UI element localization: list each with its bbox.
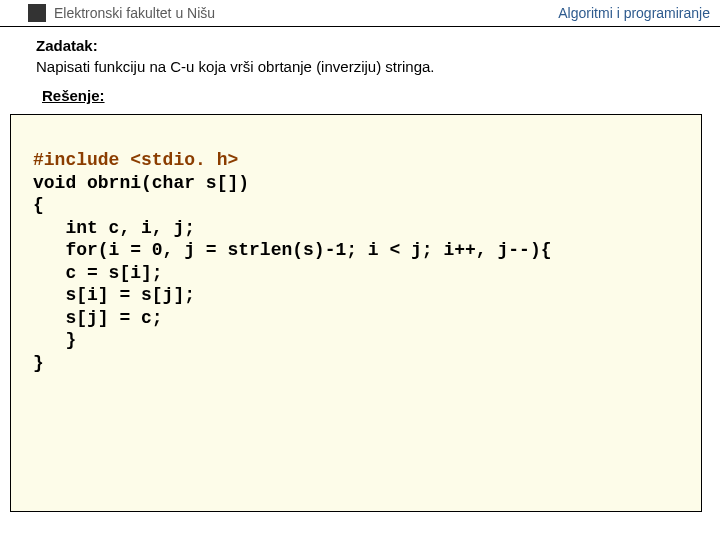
course-title: Algoritmi i programiranje bbox=[558, 5, 710, 21]
header-left: Elektronski fakultet u Nišu bbox=[0, 4, 215, 22]
code-listing: #include <stdio. h> void obrni(char s[])… bbox=[33, 149, 679, 374]
code-box: #include <stdio. h> void obrni(char s[])… bbox=[10, 114, 702, 512]
code-body: void obrni(char s[]) { int c, i, j; for(… bbox=[33, 173, 551, 373]
task-description: Napisati funkciju na C-u koja vrši obrta… bbox=[36, 58, 704, 75]
solution-label: Rešenje: bbox=[42, 87, 704, 104]
logo-square-icon bbox=[28, 4, 46, 22]
code-include-line: #include <stdio. h> bbox=[33, 150, 238, 170]
institution-name: Elektronski fakultet u Nišu bbox=[54, 5, 215, 21]
slide-header: Elektronski fakultet u Nišu Algoritmi i … bbox=[0, 0, 720, 27]
content-area: Zadatak: Napisati funkciju na C-u koja v… bbox=[0, 27, 720, 114]
task-label: Zadatak: bbox=[36, 37, 704, 54]
